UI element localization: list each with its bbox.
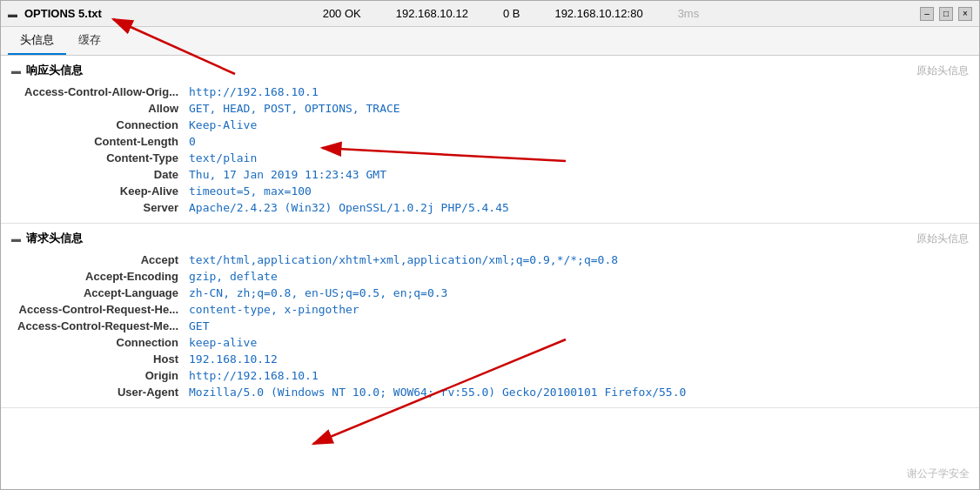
header-value: GET: [185, 318, 969, 334]
header-name: Accept-Encoding: [11, 268, 185, 285]
header-value: http://192.168.10.1: [185, 367, 969, 384]
table-row: Accepttext/html,application/xhtml+xml,ap…: [11, 252, 969, 268]
table-row: Access-Control-Request-He...content-type…: [11, 301, 969, 318]
content-area: ▬ 响应头信息 原始头信息 Access-Control-Allow-Orig.…: [1, 56, 979, 489]
table-row: ServerApache/2.4.23 (Win32) OpenSSL/1.0.…: [11, 199, 969, 216]
title-bar: ▬ OPTIONS 5.txt 200 OK 192.168.10.12 0 B…: [1, 1, 979, 27]
table-row: AllowGET, HEAD, POST, OPTIONS, TRACE: [11, 100, 969, 117]
request-collapse-icon[interactable]: ▬: [11, 233, 21, 244]
table-row: Connectionkeep-alive: [11, 334, 969, 351]
port-info: 192.168.10.12:80: [554, 7, 642, 20]
table-row: Content-Typetext/plain: [11, 150, 969, 166]
watermark: 谢公子学安全: [907, 467, 970, 481]
header-value: text/plain: [185, 150, 969, 166]
header-value: timeout=5, max=100: [185, 183, 969, 199]
maximize-button[interactable]: □: [939, 7, 953, 21]
header-name: Host: [11, 351, 185, 367]
table-row: Accept-Encodinggzip, deflate: [11, 268, 969, 285]
request-section-header: ▬ 请求头信息 原始头信息: [11, 231, 969, 246]
title-left: ▬ OPTIONS 5.txt: [8, 7, 102, 20]
header-name: Connection: [11, 334, 185, 351]
time-info: 3ms: [678, 7, 700, 20]
collapse-icon: ▬: [8, 9, 17, 19]
response-section-header: ▬ 响应头信息 原始头信息: [11, 63, 969, 78]
header-value: Keep-Alive: [185, 117, 969, 133]
header-name: Content-Type: [11, 150, 185, 166]
tab-headers[interactable]: 头信息: [8, 27, 66, 55]
header-value: keep-alive: [185, 334, 969, 351]
header-name: Origin: [11, 367, 185, 384]
response-raw-label: 原始头信息: [916, 64, 969, 78]
table-row: Access-Control-Request-Me...GET: [11, 318, 969, 334]
header-name: Accept-Language: [11, 285, 185, 301]
window-title: OPTIONS 5.txt: [24, 7, 102, 20]
table-row: ConnectionKeep-Alive: [11, 117, 969, 133]
tab-cache[interactable]: 缓存: [66, 27, 113, 55]
tabs-row: 头信息 缓存: [1, 27, 979, 56]
header-name: Accept: [11, 252, 185, 268]
header-value: Thu, 17 Jan 2019 11:23:43 GMT: [185, 166, 969, 183]
header-name: Access-Control-Request-Me...: [11, 318, 185, 334]
request-section-title: 请求头信息: [26, 231, 83, 246]
header-value: GET, HEAD, POST, OPTIONS, TRACE: [185, 100, 969, 117]
window-controls: – □ ×: [920, 7, 972, 21]
table-row: Originhttp://192.168.10.1: [11, 367, 969, 384]
header-value: text/html,application/xhtml+xml,applicat…: [185, 252, 969, 268]
main-window: ▬ OPTIONS 5.txt 200 OK 192.168.10.12 0 B…: [0, 0, 980, 490]
header-value: gzip, deflate: [185, 268, 969, 285]
title-status-row: 200 OK 192.168.10.12 0 B 192.168.10.12:8…: [102, 7, 920, 20]
header-name: User-Agent: [11, 384, 185, 400]
header-name: Connection: [11, 117, 185, 133]
table-row: Access-Control-Allow-Orig...http://192.1…: [11, 84, 969, 100]
header-value: 0: [185, 133, 969, 150]
header-name: Access-Control-Request-He...: [11, 301, 185, 318]
header-name: Content-Length: [11, 133, 185, 150]
response-collapse-icon[interactable]: ▬: [11, 65, 21, 76]
header-value: Apache/2.4.23 (Win32) OpenSSL/1.0.2j PHP…: [185, 199, 969, 216]
header-value: content-type, x-pingother: [185, 301, 969, 318]
header-name: Keep-Alive: [11, 183, 185, 199]
ip-address: 192.168.10.12: [396, 7, 468, 20]
request-title-left: ▬ 请求头信息: [11, 231, 83, 246]
table-row: Host192.168.10.12: [11, 351, 969, 367]
header-name: Server: [11, 199, 185, 216]
response-section-title: 响应头信息: [26, 63, 83, 78]
header-value: http://192.168.10.1: [185, 84, 969, 100]
response-title-left: ▬ 响应头信息: [11, 63, 83, 78]
response-headers-table: Access-Control-Allow-Orig...http://192.1…: [11, 84, 969, 216]
table-row: Accept-Languagezh-CN, zh;q=0.8, en-US;q=…: [11, 285, 969, 301]
table-row: Content-Length0: [11, 133, 969, 150]
header-value: zh-CN, zh;q=0.8, en-US;q=0.5, en;q=0.3: [185, 285, 969, 301]
header-name: Allow: [11, 100, 185, 117]
request-headers-table: Accepttext/html,application/xhtml+xml,ap…: [11, 252, 969, 400]
size-info: 0 B: [503, 7, 520, 20]
header-value: Mozilla/5.0 (Windows NT 10.0; WOW64; rv:…: [185, 384, 969, 400]
table-row: Keep-Alivetimeout=5, max=100: [11, 183, 969, 199]
close-button[interactable]: ×: [958, 7, 972, 21]
header-name: Access-Control-Allow-Orig...: [11, 84, 185, 100]
table-row: User-AgentMozilla/5.0 (Windows NT 10.0; …: [11, 384, 969, 400]
header-name: Date: [11, 166, 185, 183]
minimize-button[interactable]: –: [920, 7, 934, 21]
table-row: DateThu, 17 Jan 2019 11:23:43 GMT: [11, 166, 969, 183]
request-section: ▬ 请求头信息 原始头信息 Accepttext/html,applicatio…: [1, 224, 979, 408]
request-raw-label: 原始头信息: [916, 232, 969, 246]
header-value: 192.168.10.12: [185, 351, 969, 367]
status-code: 200 OK: [323, 7, 361, 20]
response-section: ▬ 响应头信息 原始头信息 Access-Control-Allow-Orig.…: [1, 56, 979, 224]
